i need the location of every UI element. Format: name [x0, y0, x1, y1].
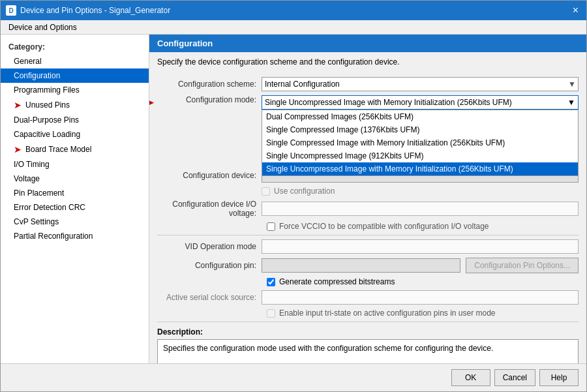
generate-compressed-label: Generate compressed bitstreams — [279, 277, 395, 286]
sidebar-item-label-partial: Partial Reconfiguration — [14, 232, 93, 241]
active-serial-wrapper — [262, 290, 579, 305]
config-description: Specify the device configuration scheme … — [149, 52, 586, 72]
scheme-label: Configuration scheme: — [157, 80, 262, 89]
title-bar-left: D Device and Pin Options - Signal_Genera… — [6, 5, 170, 16]
mode-row: ➤ Configuration mode: Single Uncompresse… — [157, 95, 579, 110]
menu-bar: Device and Options — [1, 20, 586, 35]
vid-select-wrapper — [262, 239, 579, 254]
sidebar-item-label-dual: Dual-Purpose Pins — [14, 115, 79, 125]
title-bar: D Device and Pin Options - Signal_Genera… — [1, 1, 586, 20]
mode-option-2[interactable]: Single Compressed Image with Memory Init… — [262, 136, 578, 149]
device-io-row: Configuration device I/O voltage: — [157, 200, 579, 218]
close-button[interactable]: × — [570, 5, 581, 16]
menu-item-device[interactable]: Device and Options — [3, 22, 82, 33]
enable-tri-state-label: Enable input tri-state on active configu… — [279, 309, 496, 318]
generate-compressed-checkbox[interactable] — [267, 278, 275, 286]
vid-select — [262, 239, 579, 254]
sidebar-item-label-cvp: CvP Settings — [14, 217, 59, 226]
sidebar-item-unused-pins[interactable]: ➤ Unused Pins — [1, 97, 149, 113]
mode-dropdown-arrow: ▼ — [567, 98, 575, 107]
scheme-row: Configuration scheme: Internal Configura… — [157, 77, 579, 91]
mode-option-3[interactable]: Single Uncompressed Image (912Kbits UFM) — [262, 149, 578, 162]
active-serial-select — [262, 290, 579, 305]
active-serial-label: Active serial clock source: — [157, 293, 262, 302]
device-io-label: Configuration device I/O voltage: — [157, 200, 262, 218]
device-label: Configuration device: — [157, 171, 262, 180]
use-config-check-row: Use configuration — [262, 187, 579, 196]
mode-dropdown-list: Dual Compressed Images (256Kbits UFM) Si… — [262, 110, 579, 176]
sidebar-item-label-configuration: Configuration — [14, 71, 60, 80]
description-box: Specifies the configuration mode used wi… — [157, 339, 579, 363]
sidebar-item-label-voltage: Voltage — [14, 174, 40, 183]
sidebar-item-label-general: General — [14, 57, 42, 66]
scheme-select[interactable]: Internal Configuration — [262, 77, 579, 91]
category-label: Category: — [1, 40, 149, 54]
enable-tri-state-row: Enable input tri-state on active configu… — [157, 309, 579, 318]
force-vccio-checkbox[interactable] — [267, 222, 275, 231]
sidebar-item-configuration[interactable]: Configuration — [1, 68, 149, 83]
mode-dropdown-display[interactable]: Single Uncompressed Image with Memory In… — [262, 95, 579, 110]
config-body: Configuration scheme: Internal Configura… — [149, 72, 586, 363]
divider2 — [157, 322, 579, 322]
mode-option-0[interactable]: Dual Compressed Images (256Kbits UFM) — [262, 110, 578, 123]
mode-option-1[interactable]: Single Compressed Image (1376Kbits UFM) — [262, 123, 578, 136]
enable-tri-state-checkbox[interactable] — [267, 309, 275, 318]
window-title: Device and Pin Options - Signal_Generato… — [20, 6, 170, 15]
vid-label: VID Operation mode — [157, 242, 262, 251]
sidebar-item-voltage[interactable]: Voltage — [1, 172, 149, 186]
sidebar-item-pin-placement[interactable]: Pin Placement — [1, 186, 149, 200]
content-area: Category: General Configuration Programm… — [1, 35, 586, 363]
description-label: Description: — [157, 327, 579, 337]
config-pin-options-button[interactable]: Configuration Pin Options... — [466, 258, 579, 273]
generate-compressed-row: Generate compressed bitstreams — [157, 277, 579, 286]
use-config-checkbox[interactable] — [262, 187, 270, 196]
config-pin-row: Configuration pin: Configuration Pin Opt… — [157, 258, 579, 273]
sidebar-item-label-io: I/O Timing — [14, 160, 50, 169]
main-panel: Configuration Specify the device configu… — [149, 35, 586, 363]
force-vccio-row: Force VCCIO to be compatible with config… — [157, 222, 579, 231]
mode-label: Configuration mode: — [157, 95, 262, 104]
sidebar-item-error-detection[interactable]: Error Detection CRC — [1, 200, 149, 215]
sidebar: Category: General Configuration Programm… — [1, 35, 149, 363]
mode-selected-text: Single Uncompressed Image with Memory In… — [265, 98, 512, 107]
sidebar-item-cvp[interactable]: CvP Settings — [1, 215, 149, 229]
help-button[interactable]: Help — [539, 369, 579, 386]
bottom-bar: OK Cancel Help — [1, 363, 586, 391]
app-icon: D — [6, 5, 16, 16]
sidebar-item-label-unused: Unused Pins — [25, 100, 70, 110]
sidebar-item-capacitive[interactable]: Capacitive Loading — [1, 127, 149, 142]
sidebar-item-label-pin: Pin Placement — [14, 188, 64, 198]
device-io-select — [262, 202, 579, 216]
cancel-button[interactable]: Cancel — [494, 369, 535, 386]
sidebar-item-programming-files[interactable]: Programming Files — [1, 83, 149, 97]
sidebar-item-dual-purpose[interactable]: Dual-Purpose Pins — [1, 113, 149, 127]
arrow-icon-board: ➤ — [14, 144, 22, 155]
sidebar-item-io-timing[interactable]: I/O Timing — [1, 157, 149, 172]
divider1 — [157, 235, 579, 235]
description-section: Description: Specifies the configuration… — [157, 327, 579, 363]
scheme-select-wrapper: Internal Configuration ▼ — [262, 77, 579, 91]
main-window: D Device and Pin Options - Signal_Genera… — [0, 0, 587, 392]
force-vccio-label: Force VCCIO to be compatible with config… — [279, 222, 489, 231]
sidebar-item-partial-reconfig[interactable]: Partial Reconfiguration — [1, 229, 149, 243]
sidebar-item-label-capacitive: Capacitive Loading — [14, 130, 80, 139]
sidebar-item-label-board: Board Trace Model — [25, 145, 91, 154]
use-config-row: Use configuration — [157, 187, 579, 196]
sidebar-item-general[interactable]: General — [1, 54, 149, 68]
sidebar-item-label-programming: Programming Files — [14, 85, 80, 95]
sidebar-item-label-error: Error Detection CRC — [14, 203, 85, 212]
mode-dropdown: Single Uncompressed Image with Memory In… — [262, 95, 579, 110]
arrow-icon-unused: ➤ — [14, 100, 22, 110]
config-pin-label: Configuration pin: — [157, 261, 262, 270]
config-pin-controls: Configuration Pin Options... — [262, 258, 579, 273]
ok-button[interactable]: OK — [451, 369, 490, 386]
device-io-wrapper — [262, 202, 579, 216]
config-pin-input — [262, 258, 460, 273]
sidebar-item-board-trace[interactable]: ➤ Board Trace Model — [1, 142, 149, 157]
mode-arrow-indicator: ➤ — [149, 97, 155, 108]
vid-row: VID Operation mode — [157, 239, 579, 254]
mode-option-4[interactable]: Single Uncompressed Image with Memory In… — [262, 162, 578, 175]
config-header: Configuration — [149, 35, 586, 52]
active-serial-row: Active serial clock source: — [157, 290, 579, 305]
use-config-text: Use configuration — [274, 187, 335, 196]
